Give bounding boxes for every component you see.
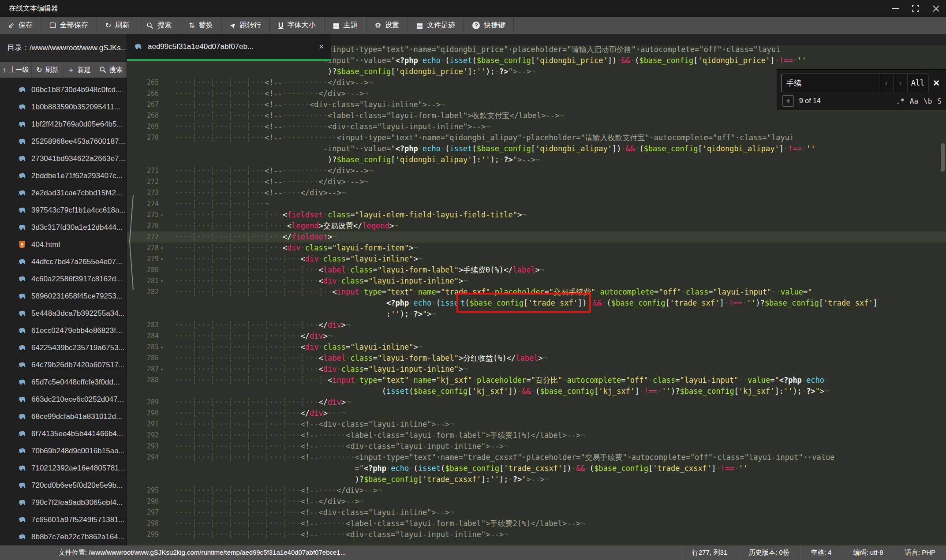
search-option-selection[interactable]: S	[937, 97, 942, 105]
search-prev-button[interactable]: ‹	[879, 74, 893, 92]
minimize-button[interactable]	[885, 0, 905, 17]
tab-active-file[interactable]: aed99c5f31a1e40d07abf07eb... ✕	[127, 34, 331, 61]
toolbar-button-file-footprint[interactable]: ▤文件足迹	[408, 17, 464, 34]
code-row[interactable]: )?$base_config['qidongbi_alipay']:'');·?…	[127, 154, 946, 165]
code-row[interactable]: 289····┆···┆···┆···┆···┆···┆···┆···</div…	[127, 397, 946, 408]
code-row[interactable]: (isset($base_config['kj_sxf'])·&&·($base…	[127, 386, 946, 397]
file-item[interactable]: 5404.html	[0, 236, 127, 253]
toolbar-button-save-all[interactable]: ❏全部保存	[41, 17, 97, 34]
toolbar-button-theme[interactable]: ▦主题	[325, 17, 366, 34]
code-row[interactable]: 295····┆···┆···┆···┆···┆···┆···<!--····<…	[127, 485, 946, 496]
code-row[interactable]: 275▾····┆···┆···┆···┆···┆···<fieldset·cl…	[127, 209, 946, 220]
code-row[interactable]: 274····┆···┆···┆···┆···¬	[127, 198, 946, 209]
file-item[interactable]: 663dc210ece6c0252d047...	[0, 391, 127, 408]
code-row[interactable]: 279▾····┆···┆···┆···┆···┆···┆···<div·cla…	[127, 254, 946, 265]
fold-arrow-icon[interactable]: ▾	[159, 276, 169, 287]
code-row[interactable]: ="<?php·echo·(isset($base_config['trade_…	[127, 463, 946, 474]
code-row[interactable]: 298····┆···┆···┆···┆···┆···┆···<!--·····…	[127, 518, 946, 529]
file-item[interactable]: 710212392ae16e4805781...	[0, 459, 127, 477]
search-next-button[interactable]: ›	[893, 74, 907, 92]
sidebar-collapse-handle[interactable]	[127, 190, 135, 294]
toolbar-button-settings[interactable]: ⚙设置	[366, 17, 408, 34]
fold-arrow-icon[interactable]: ▾	[159, 209, 169, 220]
editor-scrollbar-thumb[interactable]	[941, 143, 945, 172]
file-item[interactable]: 70b69b248d9c0016b15aa...	[0, 442, 127, 459]
file-item[interactable]: 68ce99dcfab41a831012d...	[0, 408, 127, 425]
search-query[interactable]: 手续	[782, 74, 879, 92]
fold-arrow-icon[interactable]: ▾	[159, 364, 169, 375]
file-item[interactable]: 2e2dad31cae7cbbd15f42...	[0, 184, 127, 202]
code-row[interactable]: 297····┆···┆···┆···┆···┆···┆···<!--<div·…	[127, 507, 946, 518]
code-row[interactable]: 272····┆···┆···┆···┆···<!--········</div…	[127, 176, 946, 187]
toolbar-button-font-size[interactable]: U字体大小	[270, 17, 325, 34]
code-row[interactable]: 285▾····┆···┆···┆···┆···┆···┆···<div·cla…	[127, 342, 946, 353]
code-row[interactable]: 288····┆···┆···┆···┆···┆···┆···┆···┆·<in…	[127, 375, 946, 386]
file-item[interactable]: 64225439bc235719a6753...	[0, 339, 127, 356]
code-row[interactable]: 293····┆···┆···┆···┆···┆···┆···<!--·····…	[127, 441, 946, 452]
code-row[interactable]: 287▾····┆···┆···┆···┆···┆···┆···┆···<div…	[127, 364, 946, 375]
file-item[interactable]: 6f74135ee4b5b441466b4...	[0, 425, 127, 442]
toolbar-button-replace[interactable]: ⇅替换	[180, 17, 221, 34]
file-item[interactable]: 3d3c317fd30a1e12db444...	[0, 219, 127, 236]
file-item[interactable]: 8b8b7c7eb22c7b862a164...	[0, 528, 127, 545]
toolbar-button-hotkeys[interactable]: ?快捷键	[464, 17, 514, 34]
file-item[interactable]: 790c7f2fea9adb3065ebf4...	[0, 494, 127, 511]
file-item[interactable]: 1b0b883590b352095411...	[0, 98, 127, 116]
toolbar-button-refresh[interactable]: ↻刷新	[97, 17, 138, 34]
code-row[interactable]: 291····┆···┆···┆···┆···┆···┆···<!--<div·…	[127, 419, 946, 430]
code-row[interactable]: 276····┆···┆···┆···┆···┆····<legend>交易设置…	[127, 220, 946, 231]
code-row[interactable]: )?$base_config['trade_cxsxf']:'');·?>">-…	[127, 474, 946, 485]
file-item[interactable]: 2bddbe1e71f62a293407c...	[0, 167, 127, 184]
search-option-regex[interactable]: .*	[896, 97, 905, 105]
maximize-button[interactable]	[905, 0, 926, 17]
sidebar-tool-up[interactable]: ↑上一级	[0, 62, 32, 78]
file-item[interactable]: 720cd0b6ee5f0d20e5e9b...	[0, 477, 127, 494]
file-item[interactable]: 64c79b26db7420a607517...	[0, 356, 127, 373]
sidebar-tool-refresh[interactable]: ↻刷新	[32, 62, 64, 78]
tab-close-icon[interactable]: ✕	[318, 43, 324, 51]
code-row[interactable]: 280····┆···┆···┆···┆···┆···┆···┆···<labe…	[127, 265, 946, 276]
sidebar-tool-new[interactable]: ＋新建	[64, 62, 95, 78]
close-button[interactable]	[926, 0, 946, 17]
fold-arrow-icon[interactable]: ▾	[159, 254, 169, 265]
toolbar-button-search[interactable]: 搜索	[138, 17, 180, 34]
code-row[interactable]: 286····┆···┆···┆···┆···┆···┆···┆···<labe…	[127, 353, 946, 364]
search-option-case[interactable]: Aa	[910, 97, 918, 105]
file-item[interactable]: 25258968ee453a7600187...	[0, 133, 127, 150]
search-all-button[interactable]: All	[907, 74, 928, 92]
code-row[interactable]: <?php·echo·(isset($base_config['trade_sx…	[127, 298, 946, 309]
search-option-word[interactable]: \b	[924, 97, 932, 105]
fold-arrow-icon[interactable]: ▾	[159, 342, 169, 353]
code-row[interactable]: 269····┆···┆···┆···┆···<!--··········<di…	[127, 121, 946, 132]
code-row[interactable]: 290····┆···┆···┆···┆···┆···┆···</div>···…	[127, 408, 946, 419]
toolbar-button-goto-line[interactable]: ➤跳转行	[222, 17, 270, 34]
file-item[interactable]: 06bc1b8730d4b948c0fcd...	[0, 81, 127, 98]
code-row[interactable]: 273····┆···┆···┆···┆···<!--····</div>-->…	[127, 187, 946, 198]
file-item[interactable]: 7c65601a97f5249f571381...	[0, 511, 127, 528]
file-item[interactable]: 61ecc02479ebb4e86823f...	[0, 322, 127, 339]
search-input[interactable]: 手续 ‹ › All	[781, 74, 928, 92]
code-row[interactable]: 277····┆···┆···┆···┆···┆···</fieldset>¬	[127, 231, 946, 243]
file-item[interactable]: 397543c79cf1b1a4cc618a...	[0, 202, 127, 219]
fold-arrow-icon[interactable]: ▾	[159, 243, 169, 254]
code-row[interactable]: 292····┆···┆···┆···┆···┆···┆···<!--·····…	[127, 430, 946, 441]
sidebar-tool-search[interactable]: 搜索	[95, 62, 127, 78]
code-row[interactable]: 294····┆···┆···┆···┆···┆···┆···<!--·····…	[127, 452, 946, 463]
toolbar-button-save[interactable]: ⇙保存	[0, 17, 41, 34]
file-item[interactable]: 273041bd934622a2663e7...	[0, 150, 127, 167]
file-item[interactable]: 65d7c5e0448cffcfe3f0dd...	[0, 373, 127, 391]
code-editor[interactable]: 264····┆···┆···┆···┆···<!------------<in…	[127, 45, 946, 545]
search-close-icon[interactable]: ✕	[930, 78, 942, 88]
code-row[interactable]: 284····┆···┆···┆···┆···┆···┆···</div>¬	[127, 331, 946, 342]
code-row[interactable]: 268····┆···┆···┆···┆···<!--··········<la…	[127, 110, 946, 121]
code-row[interactable]: 278▾····┆···┆···┆···┆···┆···<div·class="…	[127, 243, 946, 254]
file-item[interactable]: 1bf2ff42b769a0d05e64b5...	[0, 116, 127, 133]
code-row[interactable]: 296····┆···┆···┆···┆···┆···┆···<!--</div…	[127, 496, 946, 507]
code-row[interactable]: 283····┆···┆···┆···┆···┆···┆···┆···</div…	[127, 320, 946, 331]
code-row[interactable]: 270····┆···┆···┆···┆···<!--············<…	[127, 132, 946, 143]
code-row[interactable]: 271····┆···┆···┆···┆···<!--··········</d…	[127, 165, 946, 176]
search-add-button[interactable]: +	[782, 95, 794, 107]
file-item[interactable]: 4c60a22586f3917c8162d...	[0, 270, 127, 287]
file-item[interactable]: 58960231658f45ce79253...	[0, 287, 127, 305]
code-row[interactable]: 299····┆···┆···┆···┆···┆···┆···<!--·····…	[127, 529, 946, 540]
